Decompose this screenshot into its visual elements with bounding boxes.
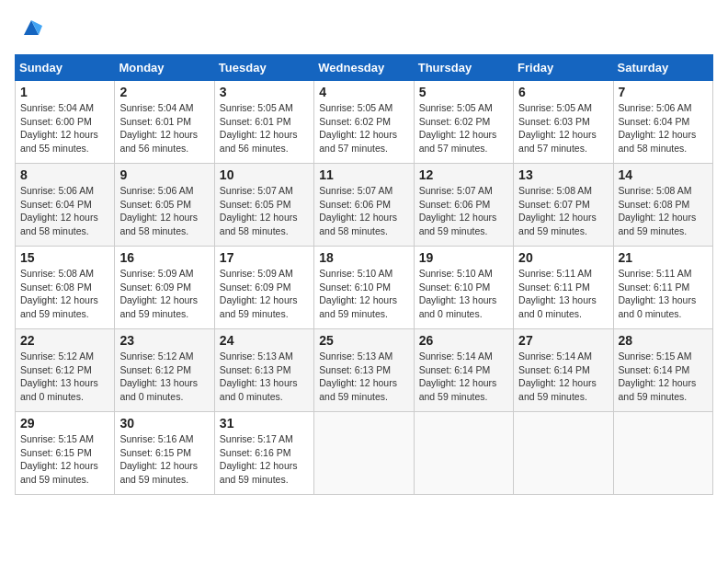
- calendar-day-cell: 7Sunrise: 5:06 AMSunset: 6:04 PMDaylight…: [613, 81, 712, 164]
- day-info: Sunrise: 5:13 AMSunset: 6:13 PMDaylight:…: [220, 350, 309, 404]
- day-number: 3: [220, 85, 309, 99]
- day-number: 19: [419, 250, 508, 265]
- calendar-header-tuesday: Tuesday: [214, 55, 313, 81]
- calendar-day-cell: 10Sunrise: 5:07 AMSunset: 6:05 PMDayligh…: [214, 164, 313, 247]
- day-info: Sunrise: 5:07 AMSunset: 6:06 PMDaylight:…: [419, 184, 508, 238]
- day-number: 21: [619, 250, 708, 265]
- calendar-day-cell: 16Sunrise: 5:09 AMSunset: 6:09 PMDayligh…: [115, 247, 214, 329]
- day-number: 30: [119, 416, 209, 431]
- calendar-day-cell: [314, 412, 414, 495]
- calendar-header-friday: Friday: [514, 55, 613, 81]
- calendar-day-cell: 30Sunrise: 5:16 AMSunset: 6:15 PMDayligh…: [115, 412, 214, 495]
- day-info: Sunrise: 5:04 AMSunset: 6:00 PMDaylight:…: [20, 101, 109, 155]
- calendar-day-cell: 15Sunrise: 5:08 AMSunset: 6:08 PMDayligh…: [16, 247, 115, 329]
- day-info: Sunrise: 5:04 AMSunset: 6:01 PMDaylight:…: [119, 101, 209, 155]
- calendar-header-saturday: Saturday: [613, 55, 712, 81]
- calendar-day-cell: 21Sunrise: 5:11 AMSunset: 6:11 PMDayligh…: [613, 247, 712, 329]
- day-number: 2: [119, 85, 209, 99]
- day-number: 4: [319, 85, 408, 99]
- calendar-day-cell: 23Sunrise: 5:12 AMSunset: 6:12 PMDayligh…: [115, 329, 214, 412]
- calendar-day-cell: 12Sunrise: 5:07 AMSunset: 6:06 PMDayligh…: [414, 164, 513, 247]
- day-info: Sunrise: 5:15 AMSunset: 6:15 PMDaylight:…: [20, 432, 109, 487]
- day-info: Sunrise: 5:05 AMSunset: 6:02 PMDaylight:…: [319, 101, 408, 155]
- day-number: 15: [20, 250, 109, 265]
- calendar-header-monday: Monday: [115, 55, 214, 81]
- calendar-day-cell: 28Sunrise: 5:15 AMSunset: 6:14 PMDayligh…: [613, 329, 712, 412]
- calendar-day-cell: 2Sunrise: 5:04 AMSunset: 6:01 PMDaylight…: [115, 81, 214, 164]
- calendar-day-cell: [613, 412, 712, 495]
- day-info: Sunrise: 5:16 AMSunset: 6:15 PMDaylight:…: [119, 432, 209, 487]
- calendar-day-cell: 19Sunrise: 5:10 AMSunset: 6:10 PMDayligh…: [414, 247, 513, 329]
- calendar-day-cell: 29Sunrise: 5:15 AMSunset: 6:15 PMDayligh…: [16, 412, 115, 495]
- day-number: 5: [419, 85, 508, 99]
- day-info: Sunrise: 5:13 AMSunset: 6:13 PMDaylight:…: [319, 350, 408, 404]
- day-info: Sunrise: 5:05 AMSunset: 6:02 PMDaylight:…: [419, 101, 508, 155]
- day-number: 23: [119, 333, 209, 348]
- calendar-header-sunday: Sunday: [16, 55, 115, 81]
- day-number: 8: [20, 167, 109, 182]
- day-number: 16: [119, 250, 209, 265]
- calendar-header-row: SundayMondayTuesdayWednesdayThursdayFrid…: [16, 55, 713, 81]
- calendar-day-cell: 26Sunrise: 5:14 AMSunset: 6:14 PMDayligh…: [414, 329, 513, 412]
- calendar-day-cell: 1Sunrise: 5:04 AMSunset: 6:00 PMDaylight…: [16, 81, 115, 164]
- day-info: Sunrise: 5:05 AMSunset: 6:03 PMDaylight:…: [518, 101, 608, 155]
- calendar-day-cell: 9Sunrise: 5:06 AMSunset: 6:05 PMDaylight…: [115, 164, 214, 247]
- calendar-table: SundayMondayTuesdayWednesdayThursdayFrid…: [15, 54, 713, 495]
- day-number: 1: [20, 85, 109, 99]
- calendar-day-cell: 27Sunrise: 5:14 AMSunset: 6:14 PMDayligh…: [514, 329, 613, 412]
- calendar-day-cell: 3Sunrise: 5:05 AMSunset: 6:01 PMDaylight…: [214, 81, 313, 164]
- calendar-week-row: 1Sunrise: 5:04 AMSunset: 6:00 PMDaylight…: [16, 81, 713, 164]
- calendar-day-cell: 11Sunrise: 5:07 AMSunset: 6:06 PMDayligh…: [314, 164, 414, 247]
- day-number: 17: [220, 250, 309, 265]
- day-number: 9: [119, 167, 209, 182]
- day-info: Sunrise: 5:05 AMSunset: 6:01 PMDaylight:…: [220, 101, 309, 155]
- day-info: Sunrise: 5:15 AMSunset: 6:14 PMDaylight:…: [619, 350, 708, 404]
- day-info: Sunrise: 5:11 AMSunset: 6:11 PMDaylight:…: [619, 267, 708, 321]
- calendar-week-row: 22Sunrise: 5:12 AMSunset: 6:12 PMDayligh…: [16, 329, 713, 412]
- day-number: 28: [619, 333, 708, 348]
- calendar-header-wednesday: Wednesday: [314, 55, 414, 81]
- calendar-header-thursday: Thursday: [414, 55, 513, 81]
- day-info: Sunrise: 5:14 AMSunset: 6:14 PMDaylight:…: [419, 350, 508, 404]
- day-number: 24: [220, 333, 309, 348]
- calendar-day-cell: 20Sunrise: 5:11 AMSunset: 6:11 PMDayligh…: [514, 247, 613, 329]
- day-info: Sunrise: 5:08 AMSunset: 6:08 PMDaylight:…: [619, 184, 708, 238]
- day-number: 18: [319, 250, 408, 265]
- calendar-week-row: 15Sunrise: 5:08 AMSunset: 6:08 PMDayligh…: [16, 247, 713, 329]
- day-number: 22: [20, 333, 109, 348]
- day-info: Sunrise: 5:07 AMSunset: 6:05 PMDaylight:…: [220, 184, 309, 238]
- calendar-day-cell: 25Sunrise: 5:13 AMSunset: 6:13 PMDayligh…: [314, 329, 414, 412]
- day-number: 25: [319, 333, 408, 348]
- day-info: Sunrise: 5:12 AMSunset: 6:12 PMDaylight:…: [119, 350, 209, 404]
- day-number: 13: [518, 167, 608, 182]
- day-info: Sunrise: 5:09 AMSunset: 6:09 PMDaylight:…: [119, 267, 209, 321]
- day-info: Sunrise: 5:06 AMSunset: 6:05 PMDaylight:…: [119, 184, 209, 238]
- calendar-day-cell: 8Sunrise: 5:06 AMSunset: 6:04 PMDaylight…: [16, 164, 115, 247]
- calendar-day-cell: [414, 412, 513, 495]
- calendar-week-row: 29Sunrise: 5:15 AMSunset: 6:15 PMDayligh…: [16, 412, 713, 495]
- calendar-day-cell: 5Sunrise: 5:05 AMSunset: 6:02 PMDaylight…: [414, 81, 513, 164]
- calendar-day-cell: 24Sunrise: 5:13 AMSunset: 6:13 PMDayligh…: [214, 329, 313, 412]
- day-info: Sunrise: 5:08 AMSunset: 6:08 PMDaylight:…: [20, 267, 109, 321]
- day-info: Sunrise: 5:10 AMSunset: 6:10 PMDaylight:…: [319, 267, 408, 321]
- day-info: Sunrise: 5:14 AMSunset: 6:14 PMDaylight:…: [518, 350, 608, 404]
- page-header: [15, 15, 713, 45]
- day-info: Sunrise: 5:11 AMSunset: 6:11 PMDaylight:…: [518, 267, 608, 321]
- day-info: Sunrise: 5:06 AMSunset: 6:04 PMDaylight:…: [20, 184, 109, 238]
- calendar-day-cell: 18Sunrise: 5:10 AMSunset: 6:10 PMDayligh…: [314, 247, 414, 329]
- day-number: 31: [220, 416, 309, 431]
- calendar-day-cell: 6Sunrise: 5:05 AMSunset: 6:03 PMDaylight…: [514, 81, 613, 164]
- calendar-day-cell: 14Sunrise: 5:08 AMSunset: 6:08 PMDayligh…: [613, 164, 712, 247]
- day-number: 7: [619, 85, 708, 99]
- day-number: 10: [220, 167, 309, 182]
- day-info: Sunrise: 5:07 AMSunset: 6:06 PMDaylight:…: [319, 184, 408, 238]
- day-number: 12: [419, 167, 508, 182]
- calendar-day-cell: 13Sunrise: 5:08 AMSunset: 6:07 PMDayligh…: [514, 164, 613, 247]
- calendar-day-cell: 4Sunrise: 5:05 AMSunset: 6:02 PMDaylight…: [314, 81, 414, 164]
- day-info: Sunrise: 5:06 AMSunset: 6:04 PMDaylight:…: [619, 101, 708, 155]
- calendar-day-cell: 22Sunrise: 5:12 AMSunset: 6:12 PMDayligh…: [16, 329, 115, 412]
- day-info: Sunrise: 5:09 AMSunset: 6:09 PMDaylight:…: [220, 267, 309, 321]
- day-info: Sunrise: 5:12 AMSunset: 6:12 PMDaylight:…: [20, 350, 109, 404]
- day-info: Sunrise: 5:08 AMSunset: 6:07 PMDaylight:…: [518, 184, 608, 238]
- calendar-day-cell: [514, 412, 613, 495]
